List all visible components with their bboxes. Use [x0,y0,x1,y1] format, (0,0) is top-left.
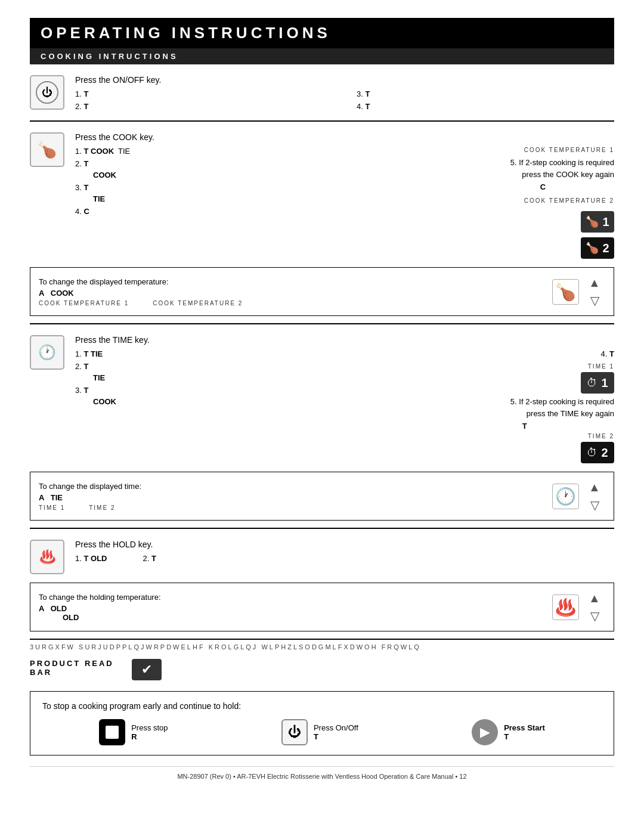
time-badge-2: ⏱ 2 [581,442,614,463]
bottom-box: To stop a cooking program early and cont… [30,691,614,755]
scrambled-text: 3URGXFW SURJUDPPLQJWRPDWELHF KROLGLQJ WL… [30,643,614,651]
hold-small-icon: ♨️ [552,594,579,620]
onoff-icon: ⏻ [281,719,308,745]
time-step-4: 4. T [601,349,614,358]
hold-step-1: 1. T OLD [75,554,107,563]
stop-label1: Press stop [131,723,168,732]
time2-label: TIME 2 [588,433,614,439]
cook-change-sub: A COOK [39,289,243,298]
block-onoff: ⏻ Press the ON/OFF key. 1. T 3. T 2. T 4… [30,64,614,122]
arrow-up-cook[interactable]: ▲ [584,274,605,292]
cook-step-2: 2. T [75,159,336,168]
step-1-3: 3. T [357,89,614,98]
onoff-icon-box: ⏻ [30,75,64,110]
play-label1: Press Start [504,723,545,732]
cook-badge-1: 🍗 1 [581,211,614,233]
play-label2: T [504,732,545,741]
arrow-down-hold[interactable]: ▽ [584,607,605,625]
time-step-1: 1. T TIE [75,349,336,358]
time-step-2-sub: TIE [75,373,336,382]
cook-step-2-sub: COOK [75,171,336,179]
onoff-label1: Press On/Off [314,723,358,732]
stop-label2: R [131,732,168,741]
cook-step-4: 4. C [75,207,336,216]
cook-step-3-sub: TIE [75,194,336,203]
play-item: ▶ Press Start T [472,719,545,745]
block3-press-label: Press the TIME key. [75,335,614,345]
hold-change-label: To change the holding temperature: [39,593,161,602]
arrow-down-time[interactable]: ▽ [584,496,605,514]
arrow-up-time[interactable]: ▲ [584,478,605,496]
stop-icon [99,719,125,745]
hold-change-box: To change the holding temperature: A OLD… [30,583,614,631]
time-col-2: TIME 2 [89,504,115,511]
time-col-1: TIME 1 [39,504,65,511]
cook-temp-col-1: COOK TEMPERATURE 1 [39,300,129,306]
arrow-up-hold[interactable]: ▲ [584,589,605,607]
cook-icon-box: 🍗 [30,132,64,167]
step-1-1: 1. T [75,89,333,98]
cook-badge-2: 🍗 2 [581,237,614,259]
block1-press-label: Press the ON/OFF key. [75,75,614,85]
block4-press-label: Press the HOLD key. [75,540,614,549]
time-step-3-sub: COOK [75,397,336,406]
arrow-down-cook[interactable]: ▽ [584,292,605,309]
cook-temp-1-label: COOK TEMPERATURE 1 [524,147,614,153]
time-step-2: 2. T [75,362,336,371]
block-hold: ♨️ Press the HOLD key. 1. T OLD 2. T To … [30,529,614,640]
onoff-item: ⏻ Press On/Off T [281,719,358,745]
product-read-section: PRODUCT READ BAR ✔ [30,654,614,685]
checkmark-badge: ✔ [132,659,162,680]
block-cook: 🍗 Press the COOK key. 1. T COOK TIE 2. T… [30,122,614,324]
section-header: COOKING INTRUCTIONS [30,48,614,64]
cook-step-3: 3. T [75,183,336,192]
time-badge-1: ⏱ 1 [581,372,614,394]
time-icon-box: 🕐 [30,335,64,370]
step-1-4: 4. T [357,102,614,111]
time1-label: TIME 1 [588,363,614,370]
cook-change-temp-box: To change the displayed temperature: A C… [30,267,614,316]
bottom-box-title: To stop a cooking program early and cont… [42,701,602,711]
cook-change-label: To change the displayed temperature: [39,277,243,286]
cook-temp-col-2: COOK TEMPERATURE 2 [153,300,243,306]
block-time: 🕐 Press the TIME key. 1. T TIE 2. T TIE … [30,324,614,529]
cook-temp-2-label: COOK TEMPERATURE 2 [524,197,614,204]
hold-change-sub2: OLD [39,613,161,622]
time-step-3: 3. T [75,386,336,395]
hold-step-2: 2. T [143,554,156,563]
hold-change-sub: A OLD [39,604,161,613]
cook-step-1: 1. T COOK TIE [75,147,336,156]
cook-small-icon: 🍗 [552,279,579,305]
product-read-bar: BAR [30,668,114,677]
time-change-label: To change the displayed time: [39,482,141,491]
cook-step-5: 5. If 2-step cooking is required press t… [510,157,614,180]
play-icon: ▶ [472,719,498,745]
time-step-5: 5. If 2-step cooking is required press t… [510,396,614,419]
time-small-icon: 🕐 [552,484,579,509]
time-step-t: T [510,422,527,431]
time-change-sub: A TIE [39,493,141,502]
product-read-bold: PRODUCT READ [30,659,114,668]
time-change-box: To change the displayed time: A TIE TIME… [30,472,614,521]
page-title: OPERATING INSTRUCTIONS [30,18,614,48]
hold-icon-box: ♨️ [30,540,64,574]
onoff-label2: T [314,732,358,741]
step-1-2: 2. T [75,102,333,111]
footer-text: MN-28907 (Rev 0) • AR-7EVH Electric Roti… [30,766,614,780]
block2-press-label: Press the COOK key. [75,132,614,142]
step-c: C [510,182,546,191]
stop-item: Press stop R [99,719,168,745]
